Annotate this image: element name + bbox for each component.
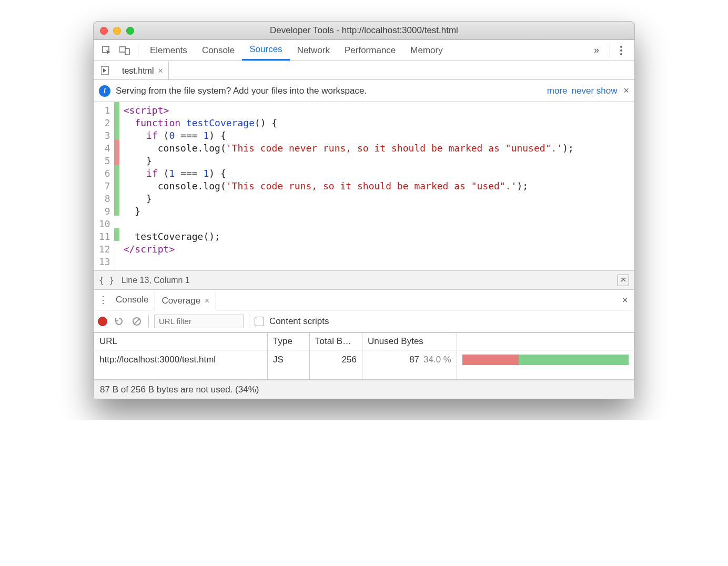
coverage-toolbar: Content scripts (94, 310, 634, 332)
drawer-tab-label: Coverage (161, 296, 200, 306)
line-number[interactable]: 8 (99, 193, 110, 205)
col-bar (457, 333, 634, 350)
close-window-button[interactable] (100, 27, 108, 35)
coverage-marker-none (114, 216, 119, 228)
line-number[interactable]: 1 (99, 104, 110, 117)
unused-bytes-pct: 34.0 % (423, 355, 451, 365)
show-navigator-icon[interactable] (99, 63, 114, 78)
usage-bar (462, 355, 629, 365)
file-tab-bar: test.html × (94, 61, 634, 80)
device-toggle-icon[interactable] (118, 44, 132, 57)
line-number[interactable]: 5 (99, 155, 110, 167)
coverage-summary: 87 B of 256 B bytes are not used. (34%) (100, 385, 259, 395)
line-number[interactable]: 10 (99, 218, 110, 230)
panel-tab-network[interactable]: Network (290, 40, 337, 60)
code-line[interactable]: console.log('This code runs, so it shoul… (124, 180, 574, 193)
coverage-marker-green (114, 127, 119, 140)
clear-icon[interactable] (130, 315, 143, 328)
svg-point-5 (620, 53, 622, 55)
reload-icon[interactable] (113, 315, 125, 328)
inspect-element-icon[interactable] (100, 44, 114, 57)
svg-rect-7 (621, 278, 626, 279)
infobar-text: Serving from the file system? Add your f… (116, 86, 367, 96)
svg-rect-1 (119, 47, 126, 52)
panel-tab-sources[interactable]: Sources (242, 40, 289, 60)
toolbar-separator (249, 315, 249, 328)
code-content[interactable]: <script> function testCoverage() { if (0… (119, 102, 574, 270)
url-filter-input[interactable] (154, 315, 244, 328)
drawer-tab-coverage[interactable]: Coverage × (155, 292, 216, 310)
coverage-marker-green (114, 190, 119, 203)
maximize-window-button[interactable] (126, 27, 134, 35)
minimize-window-button[interactable] (113, 27, 121, 35)
col-unused[interactable]: Unused Bytes (362, 333, 457, 350)
file-tab-test-html[interactable]: test.html × (117, 61, 169, 79)
code-line[interactable]: testCoverage(); (124, 230, 574, 243)
line-number[interactable]: 3 (99, 129, 110, 142)
infobar-close-icon[interactable]: × (623, 85, 629, 96)
code-line[interactable]: if (0 === 1) { (124, 129, 574, 142)
window-title: Developer Tools - http://localhost:3000/… (94, 25, 634, 36)
svg-line-9 (134, 319, 139, 324)
drawer-tab-console[interactable]: Console (109, 290, 155, 310)
coverage-footer: 87 B of 256 B bytes are not used. (34%) (94, 380, 634, 399)
pretty-print-icon[interactable]: { } (99, 275, 114, 285)
col-type[interactable]: Type (268, 333, 310, 350)
svg-point-4 (620, 49, 622, 52)
coverage-table: URL Type Total B… Unused Bytes http://lo… (94, 332, 634, 380)
line-number[interactable]: 4 (99, 142, 110, 155)
coverage-marker-green (114, 165, 119, 178)
record-button[interactable] (98, 317, 107, 326)
code-line[interactable]: <script> (124, 104, 574, 117)
coverage-marker-green (114, 228, 119, 241)
usage-bar-used (519, 355, 629, 365)
line-number[interactable]: 11 (99, 230, 110, 243)
table-row[interactable]: http://localhost:3000/test.html JS 256 8… (94, 350, 634, 380)
line-number[interactable]: 12 (99, 243, 110, 256)
panel-tab-elements[interactable]: Elements (143, 40, 195, 60)
code-line[interactable]: } (124, 205, 574, 218)
col-total[interactable]: Total B… (310, 333, 362, 350)
kebab-menu-icon[interactable] (614, 44, 628, 57)
panel-tab-memory[interactable]: Memory (403, 40, 450, 60)
line-number[interactable]: 2 (99, 117, 110, 129)
code-line[interactable] (124, 256, 574, 268)
panel-tab-performance[interactable]: Performance (337, 40, 403, 60)
line-number[interactable]: 7 (99, 180, 110, 193)
code-line[interactable] (124, 218, 574, 230)
code-line[interactable]: </script> (124, 243, 574, 256)
line-number[interactable]: 9 (99, 205, 110, 218)
close-tab-icon[interactable]: × (205, 296, 209, 306)
content-scripts-checkbox[interactable] (255, 317, 264, 326)
col-url[interactable]: URL (94, 333, 268, 350)
window-controls (100, 27, 134, 35)
line-number[interactable]: 6 (99, 167, 110, 180)
code-line[interactable]: function testCoverage() { (124, 117, 574, 129)
drawer-menu-icon[interactable]: ⋮ (97, 290, 109, 310)
devtools-window: Developer Tools - http://localhost:3000/… (93, 21, 635, 399)
coverage-marker-green (114, 178, 119, 190)
coverage-marker-red (114, 140, 119, 153)
collapse-bottom-icon[interactable] (618, 275, 629, 286)
cell-bar (457, 350, 634, 380)
toolbar-separator (138, 44, 138, 57)
cell-unused: 8734.0 % (362, 350, 457, 380)
code-editor[interactable]: 12345678910111213 <script> function test… (94, 102, 634, 270)
line-number[interactable]: 13 (99, 256, 110, 268)
code-line[interactable]: } (124, 193, 574, 205)
editor-statusbar: { } Line 13, Column 1 (94, 270, 634, 289)
close-tab-icon[interactable]: × (158, 66, 163, 76)
workspace-infobar: i Serving from the file system? Add your… (94, 80, 634, 102)
code-line[interactable]: if (1 === 1) { (124, 167, 574, 180)
svg-point-3 (620, 46, 622, 48)
overflow-tabs-button[interactable]: » (590, 44, 603, 57)
svg-rect-2 (125, 48, 129, 55)
code-line[interactable]: console.log('This code never runs, so it… (124, 142, 574, 155)
content-scripts-label: Content scripts (269, 316, 329, 327)
panel-tab-console[interactable]: Console (195, 40, 242, 60)
cursor-position: Line 13, Column 1 (122, 276, 190, 285)
infobar-never-show-link[interactable]: never show (572, 86, 618, 96)
infobar-more-link[interactable]: more (547, 86, 568, 96)
drawer-close-icon[interactable]: × (615, 290, 634, 310)
code-line[interactable]: } (124, 155, 574, 167)
